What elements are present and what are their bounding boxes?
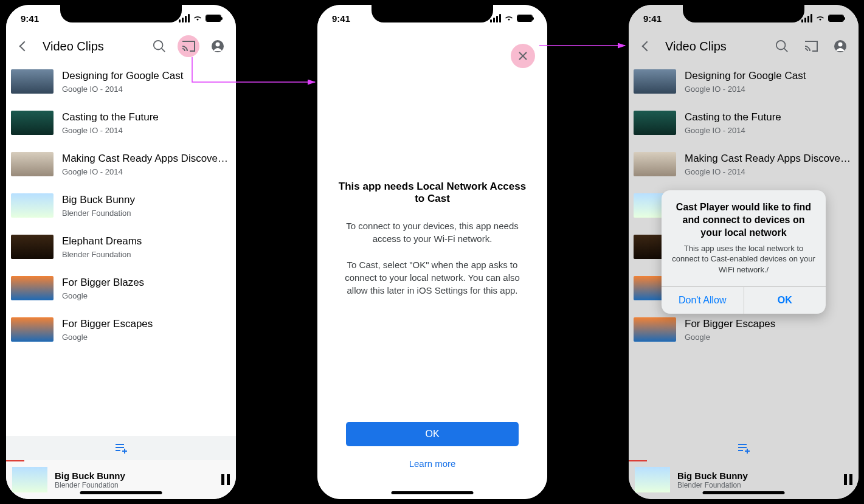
cast-button[interactable]: [178, 35, 199, 57]
playlist-add-icon: [114, 442, 128, 454]
video-thumb: [11, 152, 54, 176]
ok-button[interactable]: OK: [346, 422, 519, 446]
queue-bar[interactable]: [6, 436, 236, 460]
home-indicator[interactable]: [392, 491, 474, 494]
list-item-text: Making Cast Ready Apps Discover…Google I…: [62, 153, 231, 176]
list-item[interactable]: Elephant DreamsBlender Foundation: [6, 226, 236, 268]
phone-permission-alert: 9:41 Video Clips Designing for Google Ca…: [625, 1, 862, 503]
video-title: Designing for Google Cast: [62, 70, 231, 82]
video-thumb: [11, 317, 54, 342]
video-thumb: [11, 69, 54, 94]
phone-video-list: 9:41 Video Clips Designing for Google Ca…: [2, 1, 240, 503]
interstitial-footer: OK Learn more: [330, 422, 535, 487]
now-playing-text: Big Buck Bunny Blender Foundation: [55, 471, 214, 489]
video-subtitle: Google IO - 2014: [62, 167, 231, 176]
screen: 9:41 This app needs Local Network Access…: [317, 5, 547, 499]
list-item-text: For Bigger BlazesGoogle: [62, 277, 231, 300]
svg-point-1: [216, 43, 220, 47]
list-item[interactable]: For Bigger BlazesGoogle: [6, 268, 236, 309]
learn-more-link[interactable]: Learn more: [330, 458, 535, 469]
now-playing-subtitle: Blender Foundation: [55, 481, 214, 489]
alert-overlay: Cast Player would like to find and conne…: [629, 5, 859, 499]
wifi-icon: [504, 15, 514, 22]
list-item[interactable]: Big Buck BunnyBlender Foundation: [6, 185, 236, 226]
video-thumb: [11, 235, 54, 259]
alert-message: This app uses the local network to conne…: [671, 243, 816, 275]
now-playing-title: Big Buck Bunny: [55, 471, 214, 481]
wifi-icon: [193, 15, 202, 22]
now-playing-thumb: [12, 467, 47, 492]
cast-icon: [181, 40, 196, 52]
status-icons: [179, 14, 221, 22]
list-item-text: Elephant DreamsBlender Foundation: [62, 235, 231, 259]
close-row: [330, 44, 535, 68]
video-title: For Bigger Blazes: [62, 277, 231, 289]
ok-button[interactable]: OK: [744, 287, 826, 314]
video-list[interactable]: Designing for Google CastGoogle IO - 201…: [6, 61, 236, 436]
status-time: 9:41: [21, 13, 39, 24]
video-subtitle: Google: [62, 333, 231, 342]
phone-notch: [372, 4, 493, 22]
page-title: Video Clips: [43, 40, 141, 54]
back-button[interactable]: [13, 35, 35, 57]
alert-text: Cast Player would like to find and conne…: [662, 190, 826, 286]
video-title: Casting to the Future: [62, 111, 231, 123]
chevron-left-icon: [19, 41, 30, 52]
account-icon: [210, 39, 225, 54]
interstitial-body: This app needs Local Network Access to C…: [330, 68, 535, 422]
video-thumb: [11, 276, 54, 300]
search-icon: [153, 40, 166, 53]
list-item-text: Casting to the FutureGoogle IO - 2014: [62, 111, 231, 135]
alert-title: Cast Player would like to find and conne…: [671, 201, 816, 239]
interstitial-heading: This app needs Local Network Access to C…: [333, 181, 531, 205]
video-thumb: [11, 111, 54, 135]
alert-buttons: Don't Allow OK: [662, 286, 826, 314]
close-icon: [518, 51, 528, 61]
video-title: Making Cast Ready Apps Discover…: [62, 153, 231, 165]
video-subtitle: Google IO - 2014: [62, 85, 231, 94]
phone-notch: [60, 4, 182, 22]
video-subtitle: Google: [62, 291, 231, 300]
dont-allow-button[interactable]: Don't Allow: [662, 287, 744, 314]
close-button[interactable]: [511, 44, 535, 68]
home-indicator[interactable]: [80, 491, 162, 494]
app-header: Video Clips: [6, 32, 236, 61]
interstitial-para-1: To connect to your devices, this app nee…: [333, 219, 531, 245]
permission-alert: Cast Player would like to find and conne…: [662, 190, 826, 313]
video-title: Elephant Dreams: [62, 235, 231, 247]
video-thumb: [11, 193, 54, 218]
list-item[interactable]: Casting to the FutureGoogle IO - 2014: [6, 102, 236, 143]
video-title: For Bigger Escapes: [62, 318, 231, 330]
video-subtitle: Google IO - 2014: [62, 126, 231, 135]
list-item-text: For Bigger EscapesGoogle: [62, 318, 231, 342]
video-subtitle: Blender Foundation: [62, 209, 231, 218]
screen: 9:41 Video Clips Designing for Google Ca…: [6, 5, 236, 499]
video-title: Big Buck Bunny: [62, 194, 231, 206]
video-subtitle: Blender Foundation: [62, 250, 231, 259]
progress-bar: [6, 460, 24, 461]
screen: 9:41 Video Clips Designing for Google Ca…: [629, 5, 859, 499]
account-button[interactable]: [207, 35, 229, 57]
search-button[interactable]: [148, 35, 170, 57]
status-time: 9:41: [332, 13, 350, 24]
list-item-text: Designing for Google CastGoogle IO - 201…: [62, 70, 231, 94]
list-item[interactable]: Making Cast Ready Apps Discover…Google I…: [6, 143, 236, 185]
list-item-text: Big Buck BunnyBlender Foundation: [62, 194, 231, 218]
list-item[interactable]: Designing for Google CastGoogle IO - 201…: [6, 61, 236, 102]
pause-button[interactable]: [221, 474, 230, 485]
battery-icon: [517, 15, 533, 22]
interstitial-para-2: To Cast, select "OK" when the app asks t…: [333, 258, 531, 297]
status-icons: [490, 14, 533, 22]
interstitial-panel: This app needs Local Network Access to C…: [317, 32, 547, 499]
battery-icon: [206, 15, 221, 22]
phone-interstitial: 9:41 This app needs Local Network Access…: [314, 1, 551, 503]
list-item[interactable]: For Bigger EscapesGoogle: [6, 309, 236, 350]
